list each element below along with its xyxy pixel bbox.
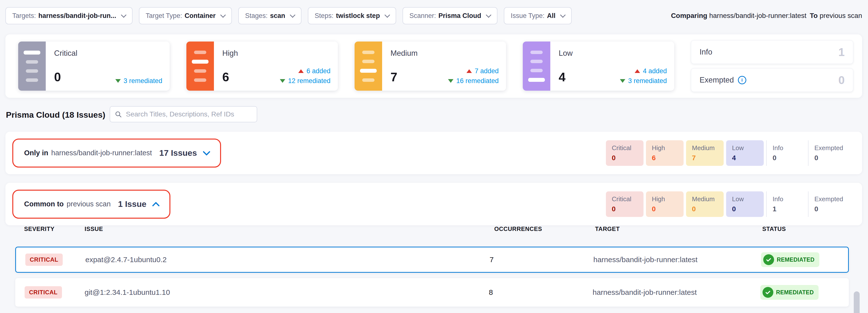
filter-label: Targets:: [12, 12, 36, 20]
severity-cell: CRITICAL: [25, 286, 62, 299]
filter-scanner[interactable]: Scanner: Prisma Cloud: [403, 7, 497, 24]
group-issue-count: 1 Issue: [118, 199, 146, 209]
chip-value: 6: [652, 154, 684, 162]
only-in-collapse-header[interactable]: Only in harness/bandit-job-runner:latest…: [12, 139, 221, 168]
check-icon: [763, 287, 773, 298]
remediated-stat[interactable]: 3 remediated: [115, 77, 162, 85]
filter-value: All: [547, 12, 556, 20]
status-label: REMEDIATED: [777, 256, 814, 263]
comparing-text: Comparing harness/bandit-job-runner:late…: [671, 12, 862, 20]
search-box: [110, 106, 257, 123]
filter-value: Prisma Cloud: [438, 12, 481, 20]
column-header-target: TARGET: [595, 225, 620, 233]
chip-critical: Critical 0: [606, 140, 644, 166]
chip-label: Medium: [692, 144, 724, 152]
chip-value: 4: [732, 154, 764, 162]
filter-steps[interactable]: Steps: twistlock step: [308, 7, 396, 24]
filter-label: Target Type:: [146, 12, 182, 20]
severity-card-deltas: 7 added 16 remediated: [448, 67, 499, 85]
comparing-to: To: [810, 12, 817, 20]
group-common-to: Common to previous scan 1 Issue Critical…: [5, 183, 862, 225]
remediated-stat[interactable]: 16 remediated: [448, 77, 499, 85]
added-stat[interactable]: 7 added: [466, 67, 499, 75]
exempted-card-count: 0: [838, 73, 845, 87]
chip-high: High 6: [646, 140, 684, 166]
remediated-label: 3 remediated: [123, 77, 162, 85]
severity-card-deltas: 4 added 3 remediated: [620, 67, 667, 85]
filter-label: Issue Type:: [511, 12, 545, 20]
severity-bars-icon: [523, 41, 550, 91]
severity-card-deltas: 6 added 12 remediated: [280, 67, 331, 85]
chip-value: 0: [732, 205, 764, 213]
filter-value: twistlock step: [336, 12, 380, 20]
exempted-card: Exempted i 0: [691, 68, 853, 92]
chip-exempted: Exempted 0: [808, 140, 850, 166]
added-label: 4 added: [643, 67, 667, 75]
remediated-stat[interactable]: 12 remediated: [280, 77, 331, 85]
info-icon[interactable]: i: [738, 76, 746, 84]
severity-cell: CRITICAL: [25, 253, 63, 266]
chevron-down-icon: [290, 12, 295, 18]
table-row[interactable]: CRITICAL expat@2.4.7-1ubuntu0.2 7 harnes…: [15, 247, 849, 273]
severity-card-count: 4: [559, 70, 565, 84]
severity-card-title: High: [222, 49, 238, 58]
vertical-scrollbar-thumb[interactable]: [854, 291, 860, 313]
severity-bars-icon: [354, 41, 382, 91]
chip-medium: Medium 0: [686, 192, 724, 217]
chip-label: Exempted: [814, 144, 850, 152]
info-card: Info 1: [691, 40, 853, 64]
chip-value: 0: [612, 154, 644, 162]
chip-label: High: [652, 195, 684, 203]
added-label: 7 added: [474, 67, 499, 75]
exempted-card-label: Exempted i: [700, 76, 746, 84]
check-icon: [763, 254, 774, 265]
remediated-stat[interactable]: 3 remediated: [620, 77, 667, 85]
column-header-issue: ISSUE: [85, 225, 103, 233]
security-scan-comparison-page: Targets: harness/bandit-job-run... Targe…: [0, 0, 868, 313]
triangle-up-icon: [466, 69, 472, 73]
filter-issue-type[interactable]: Issue Type: All: [504, 7, 572, 24]
occurrences-cell: 8: [489, 288, 493, 297]
chip-value: 0: [692, 205, 724, 213]
severity-card-title: Low: [559, 49, 573, 58]
status-cell: REMEDIATED: [761, 252, 819, 267]
common-to-collapse-header[interactable]: Common to previous scan 1 Issue: [12, 190, 170, 219]
added-stat[interactable]: 4 added: [634, 67, 667, 75]
filter-targets[interactable]: Targets: harness/bandit-job-run...: [5, 7, 132, 24]
group-prefix: Common to: [24, 200, 64, 208]
chip-value: 0: [652, 205, 684, 213]
group-target-name: previous scan: [67, 200, 111, 208]
chip-high: High 0: [646, 192, 684, 217]
column-header-occurrences: OCCURRENCES: [494, 225, 542, 233]
severity-chips: Critical 0 High 0 Medium 0 Low 0 Info 1 …: [606, 192, 850, 217]
issue-cell: expat@2.4.7-1ubuntu0.2: [85, 255, 167, 264]
filter-value: harness/bandit-job-run...: [38, 12, 116, 20]
filter-target-type[interactable]: Target Type: Container: [139, 7, 232, 24]
exempted-label-text: Exempted: [700, 76, 734, 84]
severity-card-medium: Medium 7 7 added 16 remediated: [354, 41, 506, 91]
chip-label: Low: [732, 144, 764, 152]
search-input[interactable]: [125, 110, 252, 118]
severity-bars-icon: [186, 41, 214, 91]
triangle-up-icon: [634, 69, 640, 73]
table-row[interactable]: CRITICAL git@1:2.34.1-1ubuntu1.10 8 harn…: [15, 278, 849, 307]
chip-value: 0: [814, 205, 850, 213]
remediated-label: 3 remediated: [628, 77, 667, 85]
chip-label: High: [652, 144, 684, 152]
info-exempted-stack: Info 1 Exempted i 0: [691, 40, 853, 92]
chip-label: Exempted: [814, 195, 850, 203]
severity-card-low: Low 4 4 added 3 remediated: [523, 41, 674, 91]
issue-cell: git@1:2.34.1-1ubuntu1.10: [85, 288, 170, 297]
chip-value: 0: [612, 205, 644, 213]
triangle-down-icon: [448, 79, 454, 83]
filter-stages[interactable]: Stages: scan: [238, 7, 302, 24]
filter-value: scan: [270, 12, 285, 20]
chevron-down-icon: [384, 12, 390, 18]
severity-card-count: 0: [54, 70, 61, 84]
severity-card-critical: Critical 0 3 remediated: [18, 41, 170, 91]
remediated-label: 12 remediated: [288, 77, 331, 85]
severity-chips: Critical 0 High 6 Medium 7 Low 4 Info 0 …: [606, 140, 850, 166]
group-only-in: Only in harness/bandit-job-runner:latest…: [5, 132, 862, 174]
status-badge: REMEDIATED: [760, 285, 818, 300]
added-stat[interactable]: 6 added: [298, 67, 331, 75]
